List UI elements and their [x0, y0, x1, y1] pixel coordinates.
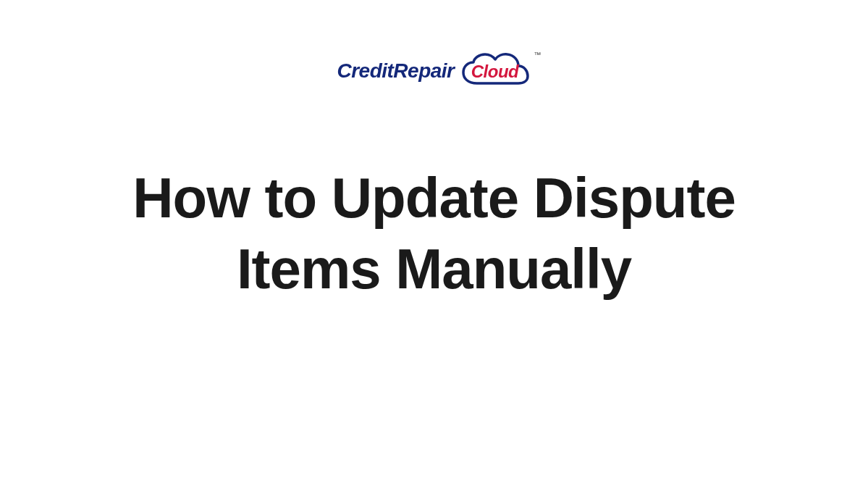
- logo-cloud-wrapper: Cloud ™: [459, 51, 531, 91]
- trademark-symbol: ™: [534, 51, 542, 59]
- logo-text-creditrepair: CreditRepair: [337, 59, 454, 83]
- page-title: How to Update Dispute Items Manually: [54, 163, 814, 304]
- logo: CreditRepair Cloud ™: [337, 51, 531, 91]
- logo-text-cloud: Cloud: [471, 62, 518, 82]
